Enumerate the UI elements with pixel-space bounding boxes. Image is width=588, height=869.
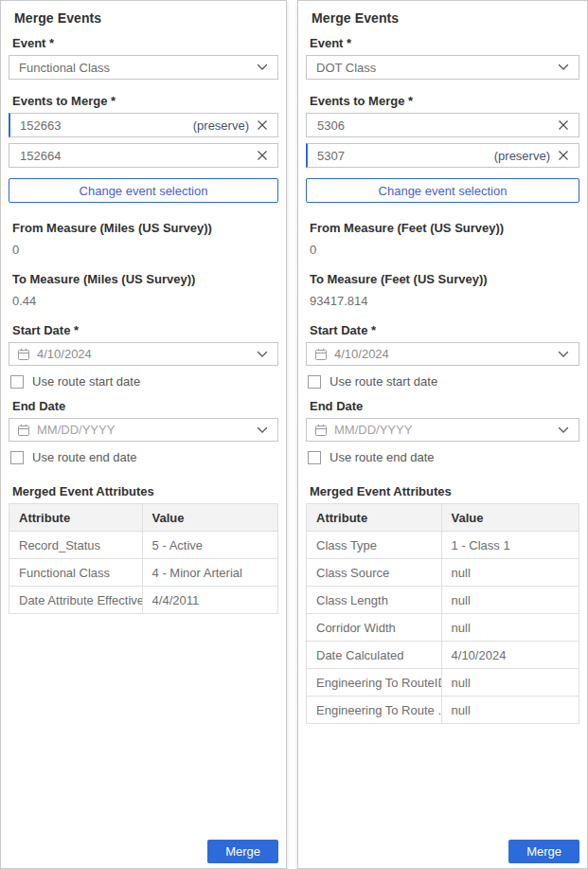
page-title: Merge Events <box>312 10 579 26</box>
table-row: Class Length null <box>307 587 579 614</box>
close-icon[interactable] <box>256 118 269 132</box>
event-id-value: 152663 <box>20 118 193 133</box>
chevron-down-icon <box>558 63 569 71</box>
value-cell: 4/10/2024 <box>441 642 579 669</box>
table-row: Date Attribute Effective 4/4/2011 <box>9 587 278 614</box>
table-header-row: Attribute Value <box>9 504 278 532</box>
table-row: Functional Class 4 - Minor Arterial <box>9 559 278 587</box>
attribute-cell: Engineering To RouteID <box>307 669 442 697</box>
to-measure-label: To Measure (Feet (US Survey)) <box>310 272 579 286</box>
event-id-value: 152664 <box>20 149 249 163</box>
end-date-label: End Date <box>12 399 278 413</box>
to-measure-value: 0.44 <box>12 294 278 308</box>
page-title: Merge Events <box>14 10 278 26</box>
merge-events-panel-right: Merge Events Event * DOT Class Events to… <box>297 0 588 869</box>
use-route-end-date-label: Use route end date <box>330 450 435 464</box>
calendar-icon <box>17 348 30 361</box>
end-date-placeholder: MM/DD/YYYY <box>37 423 250 437</box>
chevron-down-icon <box>558 426 569 434</box>
calendar-icon <box>17 424 30 437</box>
to-measure-label: To Measure (Miles (US Survey)) <box>12 272 278 286</box>
start-date-value: 4/10/2024 <box>334 347 551 361</box>
table-row: Engineering To RouteID null <box>307 669 579 697</box>
table-row: Date Calculated 4/10/2024 <box>307 642 579 669</box>
attribute-cell: Class Type <box>307 532 442 559</box>
table-row: Class Source null <box>307 559 579 587</box>
event-id-input[interactable]: 5306 <box>306 113 579 137</box>
start-date-label: Start Date * <box>310 323 579 337</box>
chevron-down-icon <box>257 351 268 358</box>
from-measure-label: From Measure (Miles (US Survey)) <box>12 221 278 235</box>
from-measure-value: 0 <box>12 243 278 257</box>
event-id-input[interactable]: 152663 (preserve) <box>9 113 278 137</box>
chevron-down-icon <box>558 351 569 358</box>
start-date-value: 4/10/2024 <box>37 347 250 361</box>
events-to-merge-label: Events to Merge * <box>12 94 278 108</box>
start-date-picker[interactable]: 4/10/2024 <box>9 342 278 366</box>
use-route-end-date-checkbox[interactable] <box>10 451 24 464</box>
attribute-cell: Date Attribute Effective <box>9 587 143 614</box>
merge-button[interactable]: Merge <box>207 840 278 863</box>
panel-footer: Merge <box>9 840 278 864</box>
attribute-cell: Corridor Width <box>307 614 442 642</box>
event-id-input[interactable]: 5307 (preserve) <box>306 143 579 168</box>
close-icon[interactable] <box>557 118 570 132</box>
attribute-cell: Class Source <box>307 559 442 587</box>
start-date-label: Start Date * <box>12 323 278 337</box>
close-icon[interactable] <box>557 149 570 162</box>
preserve-tag: (preserve) <box>494 149 550 163</box>
column-header-value: Value <box>142 504 277 532</box>
end-date-picker[interactable]: MM/DD/YYYY <box>306 418 579 442</box>
value-cell: null <box>441 669 579 697</box>
table-row: Corridor Width null <box>307 614 579 642</box>
value-cell: null <box>441 587 579 614</box>
merge-button[interactable]: Merge <box>508 840 579 863</box>
chevron-down-icon <box>257 63 268 71</box>
event-label: Event * <box>12 36 278 50</box>
end-date-label: End Date <box>310 399 579 413</box>
use-route-start-date-label: Use route start date <box>32 374 140 389</box>
chevron-down-icon <box>257 426 268 434</box>
panel-footer: Merge <box>306 840 579 864</box>
use-route-end-date-checkbox[interactable] <box>308 451 321 464</box>
attribute-cell: Class Length <box>307 587 442 614</box>
event-select-value: DOT Class <box>316 61 558 75</box>
attribute-cell: Functional Class <box>9 559 143 587</box>
attribute-cell: Date Calculated <box>307 642 442 669</box>
use-route-start-date-checkbox[interactable] <box>10 375 24 389</box>
value-cell: null <box>441 697 579 724</box>
start-date-picker[interactable]: 4/10/2024 <box>306 342 579 366</box>
table-row: Engineering To Route ... null <box>307 697 579 724</box>
change-event-selection-button[interactable]: Change event selection <box>9 178 278 203</box>
end-date-picker[interactable]: MM/DD/YYYY <box>9 418 278 442</box>
use-route-start-date-row: Use route start date <box>10 374 278 389</box>
event-select[interactable]: Functional Class <box>9 55 278 80</box>
end-date-placeholder: MM/DD/YYYY <box>334 423 551 437</box>
use-route-start-date-checkbox[interactable] <box>308 375 321 389</box>
column-header-value: Value <box>441 504 579 532</box>
merged-attributes-table: Attribute Value Class Type 1 - Class 1 C… <box>306 503 579 724</box>
event-id-value: 5306 <box>317 118 550 133</box>
table-row: Class Type 1 - Class 1 <box>307 532 579 559</box>
event-select[interactable]: DOT Class <box>306 55 579 80</box>
from-measure-label: From Measure (Feet (US Survey)) <box>310 221 579 235</box>
table-row: Record_Status 5 - Active <box>9 532 278 559</box>
event-select-value: Functional Class <box>19 61 257 75</box>
merged-attributes-label: Merged Event Attributes <box>12 484 278 498</box>
use-route-start-date-label: Use route start date <box>330 374 437 389</box>
use-route-end-date-row: Use route end date <box>308 450 579 464</box>
column-header-attribute: Attribute <box>9 504 143 532</box>
value-cell: 4 - Minor Arterial <box>142 559 277 587</box>
attribute-cell: Engineering To Route ... <box>307 697 442 724</box>
event-label: Event * <box>310 36 579 50</box>
close-icon[interactable] <box>256 149 269 162</box>
event-id-value: 5307 <box>317 149 494 163</box>
calendar-icon <box>314 424 328 437</box>
event-id-input[interactable]: 152664 <box>9 143 278 168</box>
merge-events-panel-left: Merge Events Event * Functional Class Ev… <box>0 0 287 869</box>
calendar-icon <box>314 348 328 361</box>
change-event-selection-button[interactable]: Change event selection <box>306 178 579 203</box>
from-measure-value: 0 <box>310 243 579 257</box>
use-route-end-date-label: Use route end date <box>32 450 137 464</box>
table-header-row: Attribute Value <box>307 504 579 532</box>
